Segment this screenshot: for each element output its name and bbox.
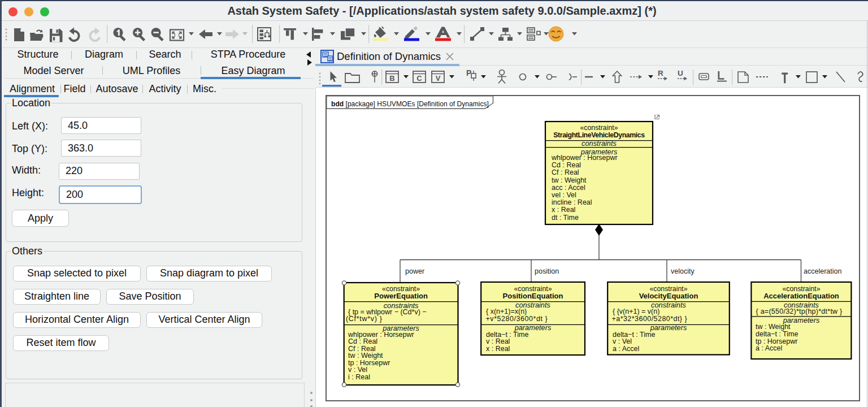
svg-text:tw : Weight: tw : Weight [756, 323, 791, 331]
svg-text:incline : Real: incline : Real [552, 198, 592, 206]
svg-text:+a*32*3600/5280*dt} }: +a*32*3600/5280*dt} } [612, 315, 688, 323]
svg-text:power: power [405, 267, 424, 275]
svg-text:(Cf*tw*v) }: (Cf*tw*v) } [346, 315, 383, 323]
svg-text:velocity: velocity [671, 267, 695, 275]
svg-text:x : Real: x : Real [486, 345, 510, 353]
svg-text:bdd [package] HSUVMOEs [Defini: bdd [package] HSUVMOEs [Definition of Dy… [331, 100, 489, 108]
svg-text:vel : Vel: vel : Vel [552, 191, 576, 199]
svg-text:acc : Accel: acc : Accel [552, 184, 585, 192]
svg-text:a : Accel: a : Accel [613, 345, 639, 353]
svg-text:i : Real: i : Real [348, 373, 370, 381]
svg-text:acceleration: acceleration [804, 267, 841, 275]
svg-text:R: R [658, 69, 663, 77]
svg-text:{ a=(550/32)*tp(hp)*dt*tw }: { a=(550/32)*tp(hp)*dt*tw } [756, 308, 843, 315]
svg-text:x : Real: x : Real [552, 206, 575, 214]
svg-text:PositionEquation: PositionEquation [503, 292, 563, 300]
svg-text:tw : Weight: tw : Weight [552, 176, 587, 184]
svg-text:Cd : Real: Cd : Real [552, 161, 581, 169]
svg-text:P: P [466, 68, 471, 77]
svg-text:C: C [416, 74, 422, 83]
svg-text:U: U [678, 69, 683, 77]
svg-text:V: V [436, 74, 441, 83]
svg-text:PowerEquation: PowerEquation [374, 292, 428, 300]
svg-text:AccelerationEquation: AccelerationEquation [763, 292, 839, 300]
svg-text:constraints: constraints [581, 139, 617, 148]
svg-text:VelocityEquation: VelocityEquation [639, 292, 698, 300]
svg-text:dt : Time: dt : Time [552, 214, 579, 222]
svg-text:«constraint»: «constraint» [580, 124, 618, 132]
svg-text:whlpower : Horsepwr: whlpower : Horsepwr [551, 154, 618, 162]
svg-text:position: position [535, 267, 559, 275]
svg-text:B: B [389, 74, 394, 83]
svg-text:a : Accel: a : Accel [756, 344, 782, 352]
svg-text:Cf : Real: Cf : Real [552, 168, 579, 176]
svg-text:+v*5280/3600*dt }: +v*5280/3600*dt } [486, 315, 548, 323]
svg-text:parameters: parameters [650, 323, 687, 332]
svg-text:StraightLineVehicleDynamics: StraightLineVehicleDynamics [553, 131, 645, 139]
